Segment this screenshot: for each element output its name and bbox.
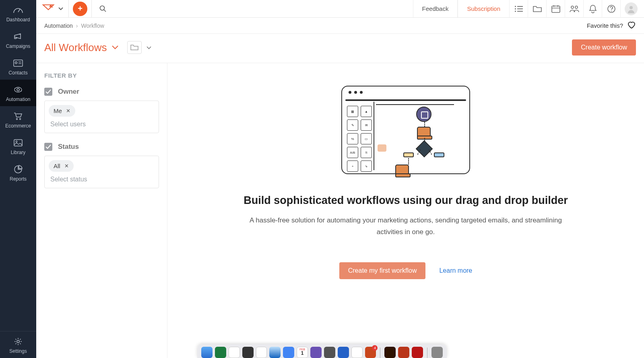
dock-chrome-icon[interactable] [351,347,363,358]
sidebar-item-campaigns[interactable]: Campaigns [0,27,36,53]
gear-icon [12,337,24,346]
dock-safari-icon[interactable] [269,347,281,358]
status-chip-remove[interactable]: ✕ [64,163,69,169]
svg-point-11 [100,6,105,10]
sidebar-item-automation[interactable]: Automation [0,80,36,106]
heart-icon[interactable] [627,21,636,30]
pie-chart-icon [12,165,24,174]
svg-point-26 [611,10,612,11]
status-checkbox[interactable] [44,143,52,151]
sidebar-item-reports[interactable]: Reports [0,159,36,186]
subscription-link[interactable]: Subscription [458,0,510,17]
breadcrumb-current: Workflow [81,23,104,29]
learn-more-link[interactable]: Learn more [439,267,472,274]
dock-illustrator-icon[interactable] [384,347,396,358]
svg-point-6 [17,119,18,120]
owner-chip-remove[interactable]: ✕ [66,108,70,114]
breadcrumb-root[interactable]: Automation [44,23,73,29]
sidebar-item-library[interactable]: Library [0,133,36,159]
svg-rect-19 [552,6,560,12]
avatar[interactable] [625,2,638,15]
id-card-icon [12,59,24,68]
dock-app-icon[interactable] [283,347,294,358]
dock-finder-icon[interactable] [201,347,213,358]
dock-excel-icon[interactable] [215,347,226,358]
owner-filter-box: Me ✕ [44,101,159,133]
sidebar-item-dashboard[interactable]: Dashboard [0,0,36,27]
bell-icon[interactable] [584,0,602,18]
image-icon [12,138,24,147]
search-button[interactable] [96,2,110,16]
sidebar-item-label: Ecommerce [5,123,31,129]
feedback-link[interactable]: Feedback [413,0,458,17]
svg-rect-8 [14,140,22,146]
app-switcher-caret[interactable] [57,7,64,10]
svg-point-15 [515,10,516,12]
gauge-icon [12,6,24,14]
dock-calendar-icon[interactable]: FEB1 [297,347,308,358]
dock-app-icon[interactable] [229,347,240,358]
create-first-workflow-button[interactable]: Create my first workflow [339,262,426,279]
dock-outlook-icon[interactable] [365,347,376,358]
sidebar-item-label: Dashboard [6,17,30,23]
dock-teams-icon[interactable] [310,347,322,358]
dock-acrobat-icon[interactable] [412,347,423,358]
folder-button[interactable] [127,41,142,54]
app-logo[interactable] [41,3,56,15]
svg-line-0 [18,9,20,12]
dock-app-icon[interactable] [324,347,335,358]
owner-input[interactable] [49,117,155,129]
dock-divider [427,348,427,358]
filter-heading: FILTER BY [44,72,159,79]
sidebar: Dashboard Campaigns Contacts Automation … [0,0,36,358]
status-chip-label: All [54,163,60,169]
workflow-illustration: ▦▲ ✎✉ %▭ A/B⎘ +↳ [341,86,470,174]
sidebar-item-ecommerce[interactable]: Ecommerce [0,106,36,133]
svg-point-7 [20,119,21,120]
help-icon[interactable] [602,0,621,18]
status-input[interactable] [49,172,155,184]
owner-label: Owner [58,88,79,96]
folder-icon[interactable] [528,0,547,18]
sidebar-item-label: Automation [6,97,31,102]
sidebar-item-label: Campaigns [6,43,31,49]
status-label: Status [58,143,79,151]
users-icon[interactable] [565,0,584,18]
cart-icon [12,112,24,121]
svg-point-14 [515,8,516,9]
breadcrumb-row: Automation › Workflow Favorite this? [36,18,644,34]
dock-powerpoint-icon[interactable] [398,347,409,358]
create-workflow-button[interactable]: Create workflow [572,39,636,56]
filter-owner-group: Owner Me ✕ [44,88,159,133]
dock: FEB1 [197,344,447,358]
svg-line-12 [104,10,106,12]
owner-checkbox[interactable] [44,88,52,96]
add-button[interactable]: + [73,2,87,16]
status-filter-box: All ✕ [44,156,159,188]
sidebar-item-contacts[interactable]: Contacts [0,53,36,80]
calendar-icon[interactable] [547,0,565,18]
svg-point-5 [17,88,19,91]
list-icon[interactable] [510,0,528,18]
dock-trash-icon[interactable] [431,347,443,358]
svg-point-9 [16,141,17,142]
svg-point-23 [571,6,574,8]
sidebar-item-label: Contacts [8,70,27,76]
empty-title: Build sophisticated workflows using our … [244,194,568,207]
empty-state: ▦▲ ✎✉ %▭ A/B⎘ +↳ [167,63,644,358]
svg-point-27 [630,6,633,9]
sidebar-item-settings[interactable]: Settings [0,331,36,358]
topbar: + Feedback Subscription [36,0,644,18]
svg-point-2 [15,62,17,64]
dock-app-icon[interactable] [256,347,267,358]
filter-panel: FILTER BY Owner Me ✕ [36,63,167,358]
folder-caret[interactable] [147,44,151,51]
owner-chip: Me ✕ [49,105,75,117]
dock-app-icon[interactable] [242,347,254,358]
megaphone-icon [12,32,24,41]
title-dropdown[interactable] [112,44,118,51]
dock-word-icon[interactable] [338,347,349,358]
favorite-label: Favorite this? [587,22,623,29]
sidebar-item-label: Settings [9,348,27,354]
svg-point-10 [17,340,19,343]
